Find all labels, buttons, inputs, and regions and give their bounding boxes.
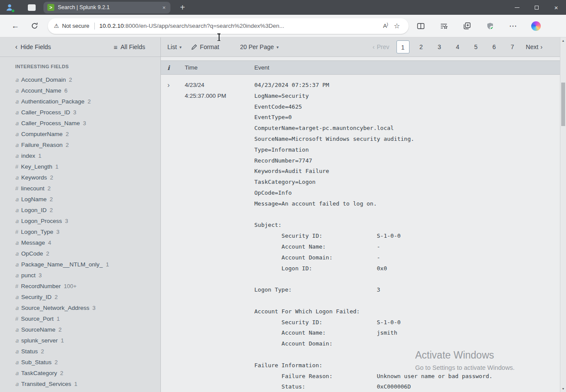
close-button[interactable]: × — [546, 0, 566, 15]
field-list-item[interactable]: aMessage4 — [0, 237, 160, 248]
field-list-item[interactable]: #Key_Length1 — [0, 161, 160, 172]
events-panel: List ▾ Format 20 Per Page ▾ ‹ Prev — [161, 37, 560, 392]
address-bar[interactable]: ⚠ Not secure 10.0.2.10:8000/en-US/app/se… — [48, 18, 409, 34]
pagination-current-page[interactable]: 1 — [396, 40, 410, 53]
field-list-item[interactable]: apunct3 — [0, 270, 160, 281]
scroll-down-icon[interactable]: ▼ — [560, 385, 566, 392]
event-expander[interactable]: › — [167, 80, 185, 392]
field-list-item[interactable]: aSecurity_ID2 — [0, 292, 160, 302]
refresh-button[interactable] — [28, 22, 41, 30]
favorites-button[interactable] — [439, 23, 449, 30]
splunk-content: ‹ Hide Fields ≡ All Fields INTERESTING F… — [0, 37, 566, 392]
new-tab-button[interactable]: + — [177, 3, 188, 12]
format-button[interactable]: Format — [191, 43, 219, 50]
field-list-item[interactable]: #Logon_Type3 — [0, 226, 160, 237]
caret-down-icon: ▾ — [180, 45, 182, 50]
field-type-icon: a — [15, 294, 19, 300]
field-list-item[interactable]: aSourceName2 — [0, 324, 160, 335]
field-list-item[interactable]: aSource_Network_Address3 — [0, 302, 160, 313]
more-menu-button[interactable]: ⋯ — [508, 21, 518, 31]
collections-button[interactable] — [462, 22, 472, 30]
field-type-icon: a — [15, 370, 19, 376]
field-count: 2 — [46, 250, 49, 257]
field-list-item[interactable]: aOpCode2 — [0, 248, 160, 259]
splunk-favicon-icon: > — [47, 4, 54, 11]
pagination-page[interactable]: 2 — [415, 40, 428, 53]
field-type-icon: a — [15, 337, 19, 344]
field-list-item[interactable]: aKeywords2 — [0, 172, 160, 183]
collections-icon — [463, 22, 471, 30]
field-list-item[interactable]: aAccount_Name6 — [0, 85, 160, 96]
field-list-item[interactable]: aPackage_Name__NTLM_only_1 — [0, 259, 160, 270]
per-page-label: 20 Per Page — [240, 43, 274, 50]
field-list-item[interactable]: aindex1 — [0, 150, 160, 161]
field-type-icon: # — [15, 229, 18, 235]
field-count: 2 — [69, 76, 72, 83]
field-list-item[interactable]: asplunk_server1 — [0, 335, 160, 346]
browser-tab[interactable]: > Search | Splunk 9.2.1 × — [43, 2, 170, 13]
field-list-item[interactable]: aAuthentication_Package2 — [0, 96, 160, 107]
field-list-item[interactable]: aLogon_Process3 — [0, 216, 160, 226]
fields-list: aAccount_Domain2aAccount_Name6aAuthentic… — [0, 74, 160, 389]
restore-button[interactable] — [527, 0, 546, 15]
field-name: Logon_Process — [21, 218, 62, 224]
event-row: › 4/23/24 4:25:37.000 PM 04/23/2024 07:2… — [161, 75, 560, 392]
field-name: punct — [21, 272, 36, 279]
field-count: 6 — [64, 87, 67, 94]
field-name: SourceName — [21, 326, 56, 333]
pagination-page[interactable]: 3 — [433, 40, 446, 53]
copilot-icon — [531, 21, 541, 31]
back-button[interactable]: ← — [9, 21, 22, 30]
field-list-item[interactable]: #linecount2 — [0, 183, 160, 194]
extension-check-button[interactable] — [485, 22, 495, 30]
pagination-page[interactable]: 5 — [469, 40, 483, 53]
field-list-item[interactable]: aAccount_Domain2 — [0, 74, 160, 85]
pagination-next-button[interactable]: Next › — [526, 43, 543, 50]
field-list-item[interactable]: aSub_Status2 — [0, 357, 160, 368]
field-list-item[interactable]: aTransited_Services1 — [0, 379, 160, 389]
field-name: Caller_Process_ID — [21, 109, 70, 116]
pagination-page[interactable]: 4 — [451, 40, 464, 53]
field-count: 2 — [50, 196, 53, 203]
hide-fields-button[interactable]: ‹ Hide Fields — [15, 43, 51, 51]
list-view-dropdown[interactable]: List ▾ — [167, 43, 182, 50]
tab-close-icon[interactable]: × — [161, 4, 166, 11]
pagination-pages: 1234567 — [394, 40, 522, 53]
field-list-item[interactable]: aLogName2 — [0, 194, 160, 205]
vertical-scrollbar[interactable]: ▲ ▼ — [560, 37, 566, 392]
favorite-star-button[interactable]: ☆ — [391, 22, 403, 30]
field-name: Key_Length — [21, 163, 52, 170]
profile-button[interactable] — [3, 1, 16, 13]
field-list-item[interactable]: aFailure_Reason2 — [0, 140, 160, 150]
field-list-item[interactable]: #Source_Port1 — [0, 313, 160, 324]
field-list-item[interactable]: aLogon_ID2 — [0, 205, 160, 216]
list-view-label: List — [167, 43, 177, 50]
screen: > Search | Splunk 9.2.1 × + × ← ⚠ Not se… — [0, 0, 566, 392]
all-fields-button[interactable]: ≡ All Fields — [113, 43, 145, 51]
field-count: 3 — [57, 229, 60, 235]
field-list-item[interactable]: #RecordNumber100+ — [0, 281, 160, 292]
tab-layout-icon[interactable] — [28, 4, 36, 11]
field-list-item[interactable]: aStatus2 — [0, 346, 160, 357]
pagination-page[interactable]: 6 — [488, 40, 501, 53]
field-count: 3 — [65, 218, 68, 224]
field-list-item[interactable]: aComputerName2 — [0, 129, 160, 140]
field-list-item[interactable]: aTaskCategory2 — [0, 368, 160, 379]
field-type-icon: a — [15, 196, 19, 203]
pagination-page[interactable]: 7 — [506, 40, 519, 53]
field-list-item[interactable]: aCaller_Process_ID3 — [0, 107, 160, 118]
minimize-button[interactable] — [507, 0, 527, 15]
field-name: Caller_Process_Name — [21, 120, 80, 126]
field-list-item[interactable]: aCaller_Process_Name3 — [0, 118, 160, 129]
scrollbar-thumb[interactable] — [561, 83, 565, 126]
field-name: Keywords — [21, 174, 47, 181]
event-raw-text: 04/23/2024 07:25:37 PM LogName=Security … — [254, 80, 560, 392]
field-name: Account_Domain — [21, 76, 66, 83]
split-screen-button[interactable] — [416, 23, 426, 30]
read-aloud-button[interactable]: A) — [380, 22, 391, 29]
copilot-button[interactable] — [531, 21, 541, 31]
field-name: Sub_Status — [21, 359, 52, 365]
per-page-dropdown[interactable]: 20 Per Page ▾ — [240, 43, 279, 50]
field-count: 4 — [48, 239, 51, 246]
scroll-up-icon[interactable]: ▲ — [560, 37, 566, 44]
